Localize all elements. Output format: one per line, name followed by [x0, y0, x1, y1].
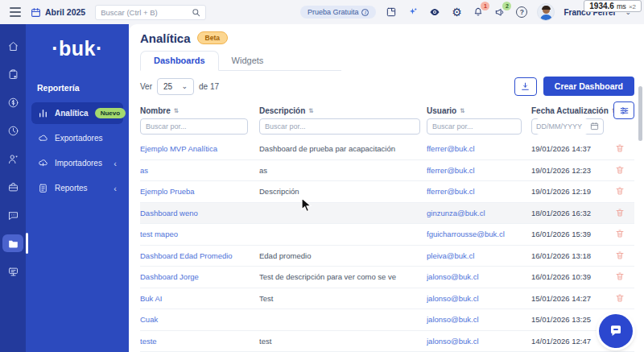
column-header-usuario[interactable]: Usuario ⇅	[427, 106, 531, 115]
save-icon[interactable]	[385, 6, 398, 19]
sidebar-item-label: Reportes	[55, 184, 88, 193]
row-descripcion: Dashboard de prueba par acapacitación	[259, 144, 427, 153]
notifications-bell-icon[interactable]: 1	[472, 6, 485, 19]
calendar-icon	[31, 7, 41, 18]
trash-icon	[615, 143, 625, 153]
row-fecha: 19/01/2026 14:37	[531, 144, 605, 153]
chevron-collapsed-icon: ‹	[114, 159, 117, 168]
tab-bar: Dashboards Widgets	[140, 50, 341, 71]
chat-fab-button[interactable]	[599, 314, 633, 348]
table-row[interactable]: teste test jalonso@buk.cl 14/01/2026 12:…	[140, 331, 634, 352]
sidebar-item-exportadores[interactable]: Exportadores	[31, 127, 123, 149]
sidebar-item-importadores[interactable]: Importadores ‹	[31, 152, 123, 174]
column-header-nombre[interactable]: Nombre ⇅	[140, 106, 259, 115]
trash-icon	[615, 293, 625, 303]
help-icon[interactable]: ?	[515, 6, 528, 19]
period-selector[interactable]: Abril 2025	[31, 7, 85, 18]
row-nombre[interactable]: Dashboard weno	[140, 209, 259, 217]
row-nombre[interactable]: Ejemplo Prueba	[140, 187, 259, 196]
column-header-descripcion[interactable]: Descripción ⇅	[259, 106, 427, 115]
home-icon[interactable]	[2, 37, 23, 55]
table-body: Ejemplo MVP Analítica Dashboard de prueb…	[140, 139, 634, 352]
table-row[interactable]: Buk AI Test jalonso@buk.cl 15/01/2026 14…	[140, 288, 634, 310]
table-row[interactable]: Cuak jalonso@buk.cl 15/01/2026 13:25	[140, 309, 634, 331]
tab-dashboards[interactable]: Dashboards	[140, 51, 219, 71]
benefits-briefcase-icon[interactable]	[2, 178, 23, 196]
scrollbar-thumb[interactable]	[638, 86, 642, 141]
delete-row-button[interactable]	[615, 208, 625, 218]
create-dashboard-button[interactable]: Crear Dashboard	[543, 77, 634, 96]
column-header-fecha[interactable]: Fecha Actualización ⇅	[531, 106, 605, 115]
column-settings-button[interactable]	[613, 101, 634, 119]
current-period: Abril 2025	[45, 7, 85, 17]
hamburger-menu-icon[interactable]	[10, 7, 21, 17]
communication-chat-icon[interactable]	[2, 206, 23, 224]
trash-icon	[615, 208, 625, 217]
delete-row-button[interactable]	[615, 251, 625, 261]
delete-row-button[interactable]	[615, 143, 625, 154]
sidebar-item-analitica[interactable]: Analítica Nuevo	[31, 102, 123, 124]
table-row[interactable]: Dashboard Edad Promedio Edad promedio pl…	[140, 246, 634, 267]
delete-row-button[interactable]	[615, 293, 625, 304]
row-usuario[interactable]: jalonso@buk.cl	[427, 337, 531, 346]
trial-badge[interactable]: Prueba Gratuita i	[300, 6, 377, 19]
global-search[interactable]	[95, 5, 206, 20]
files-folder-icon[interactable]	[2, 234, 23, 252]
filter-fecha-input[interactable]	[536, 118, 588, 135]
sidebar-item-label: Importadores	[55, 159, 102, 168]
row-usuario[interactable]: fferrer@buk.cl	[427, 187, 531, 196]
row-nombre[interactable]: Dashboard Edad Promedio	[140, 251, 259, 260]
filter-nombre-input[interactable]	[140, 118, 248, 135]
row-nombre[interactable]: as	[140, 166, 259, 175]
row-usuario[interactable]: jalonso@buk.cl	[427, 315, 531, 324]
table-row[interactable]: Dashboard weno ginzunza@buk.cl 18/01/202…	[140, 203, 634, 225]
table-row[interactable]: test mapeo fguicharrousse@buk.cl 16/01/2…	[140, 224, 634, 246]
delete-row-button[interactable]	[615, 186, 625, 197]
filter-descripcion-input[interactable]	[259, 118, 420, 135]
kiosk-icon[interactable]	[2, 263, 23, 280]
ai-sparkles-icon[interactable]	[407, 6, 419, 19]
table-header: Nombre ⇅ Descripción ⇅ Usuario ⇅ Fecha A…	[140, 101, 634, 114]
search-input[interactable]	[101, 8, 192, 17]
performance-overlay: 1934.6 ms ×2	[584, 0, 642, 12]
remunerations-icon[interactable]	[2, 93, 23, 111]
row-usuario[interactable]: ginzunza@buk.cl	[427, 209, 531, 217]
filter-fecha-field[interactable]	[531, 118, 604, 135]
sidebar-item-reportes[interactable]: Reportes ‹	[31, 177, 123, 199]
row-usuario[interactable]: fguicharrousse@buk.cl	[427, 230, 531, 238]
table-row[interactable]: Ejemplo Prueba Descripción fferrer@buk.c…	[140, 181, 634, 203]
bar-chart-icon	[38, 108, 48, 118]
table-row[interactable]: Dashboard Jorge Test de descripción para…	[140, 267, 634, 288]
sidebar-item-label: Analítica	[55, 109, 89, 118]
table-row[interactable]: Ejemplo MVP Analítica Dashboard de prueb…	[140, 139, 634, 160]
delete-row-button[interactable]	[615, 271, 625, 282]
row-fecha: 16/01/2026 10:39	[531, 272, 605, 281]
settings-gear-icon[interactable]: ⚙	[450, 6, 463, 19]
user-avatar[interactable]	[537, 3, 555, 21]
row-usuario[interactable]: pleiva@buk.cl	[427, 251, 531, 260]
row-nombre[interactable]: Cuak	[140, 315, 259, 324]
row-nombre[interactable]: Buk AI	[140, 294, 259, 303]
row-usuario[interactable]: fferrer@buk.cl	[427, 144, 531, 153]
page-size-select[interactable]: 25 ⌄	[157, 78, 194, 95]
download-button[interactable]	[514, 77, 537, 96]
delete-row-button[interactable]	[615, 229, 625, 239]
tab-widgets[interactable]: Widgets	[219, 52, 277, 70]
announcements-icon[interactable]: 2	[493, 6, 506, 19]
row-nombre[interactable]: Dashboard Jorge	[140, 272, 259, 281]
visibility-eye-icon[interactable]	[428, 6, 441, 19]
sort-icon: ⇅	[174, 107, 178, 114]
beta-badge: Beta	[197, 31, 228, 44]
table-row[interactable]: as as fferrer@buk.cl 19/01/2026 12:23	[140, 160, 634, 182]
time-clock-icon[interactable]	[2, 122, 23, 139]
row-usuario[interactable]: jalonso@buk.cl	[427, 294, 531, 303]
row-usuario[interactable]: jalonso@buk.cl	[427, 272, 531, 281]
talent-person-icon[interactable]	[2, 150, 23, 168]
tasks-clipboard-icon[interactable]	[2, 65, 23, 83]
delete-row-button[interactable]	[615, 165, 625, 176]
row-usuario[interactable]: fferrer@buk.cl	[427, 166, 531, 175]
row-nombre[interactable]: Ejemplo MVP Analítica	[140, 144, 259, 153]
row-nombre[interactable]: test mapeo	[140, 230, 259, 238]
filter-usuario-input[interactable]	[427, 118, 522, 135]
row-nombre[interactable]: teste	[140, 337, 259, 346]
